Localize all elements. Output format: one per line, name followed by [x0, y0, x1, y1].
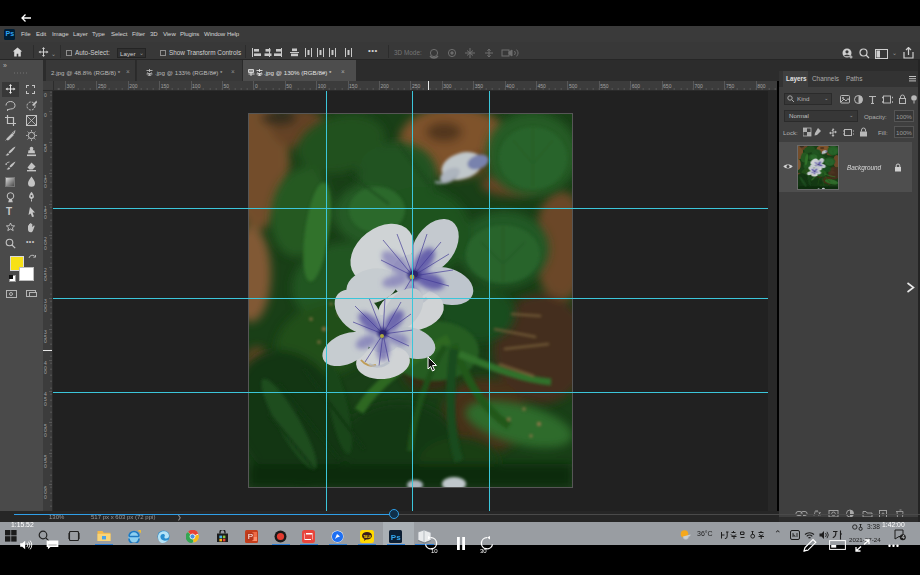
svg-text:TALK: TALK — [363, 535, 372, 539]
svg-text:30: 30 — [480, 548, 487, 553]
svg-text:10: 10 — [431, 548, 438, 553]
svg-text:Ps: Ps — [391, 533, 401, 542]
svg-text:P: P — [248, 532, 253, 541]
